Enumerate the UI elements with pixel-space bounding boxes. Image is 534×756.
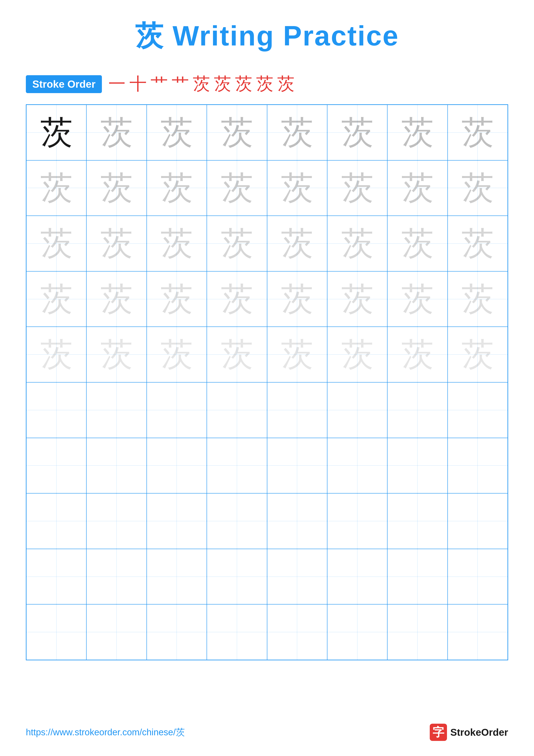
cell-r2-c5[interactable]: 茨 bbox=[267, 160, 327, 216]
char-ghost: 茨 bbox=[401, 116, 434, 149]
cell-r2-c8[interactable]: 茨 bbox=[447, 160, 508, 216]
cell-r7-c6[interactable] bbox=[327, 438, 387, 494]
cell-r1-c3[interactable]: 茨 bbox=[147, 105, 207, 160]
cell-r1-c1[interactable]: 茨 bbox=[26, 105, 87, 160]
cell-r10-c5[interactable] bbox=[267, 604, 327, 660]
cell-r5-c5[interactable]: 茨 bbox=[267, 327, 327, 382]
cell-r6-c1[interactable] bbox=[26, 382, 87, 438]
cell-r1-c6[interactable]: 茨 bbox=[327, 105, 387, 160]
char-ghost: 茨 bbox=[40, 283, 73, 315]
cell-r5-c1[interactable]: 茨 bbox=[26, 327, 87, 382]
cell-r3-c5[interactable]: 茨 bbox=[267, 216, 327, 271]
cell-r3-c6[interactable]: 茨 bbox=[327, 216, 387, 271]
cell-r3-c8[interactable]: 茨 bbox=[447, 216, 508, 271]
cell-r8-c5[interactable] bbox=[267, 493, 327, 549]
char-ghost: 茨 bbox=[401, 172, 434, 204]
cell-r7-c4[interactable] bbox=[207, 438, 267, 494]
cell-r2-c4[interactable]: 茨 bbox=[207, 160, 267, 216]
stroke-order-row: Stroke Order 一 十 艹 艹 茨 茨 茨 茨 茨 bbox=[26, 72, 508, 96]
cell-r10-c3[interactable] bbox=[147, 604, 207, 660]
footer-brand: 字 StrokeOrder bbox=[430, 724, 508, 741]
cell-r4-c8[interactable]: 茨 bbox=[447, 271, 508, 327]
stroke-9: 茨 bbox=[277, 72, 294, 96]
cell-r9-c4[interactable] bbox=[207, 549, 267, 605]
cell-r4-c1[interactable]: 茨 bbox=[26, 271, 87, 327]
char-ghost: 茨 bbox=[221, 338, 253, 371]
cell-r7-c3[interactable] bbox=[147, 438, 207, 494]
cell-r7-c2[interactable] bbox=[87, 438, 146, 494]
cell-r1-c5[interactable]: 茨 bbox=[267, 105, 327, 160]
cell-r5-c2[interactable]: 茨 bbox=[87, 327, 146, 382]
cell-r4-c6[interactable]: 茨 bbox=[327, 271, 387, 327]
cell-r6-c3[interactable] bbox=[147, 382, 207, 438]
cell-r1-c2[interactable]: 茨 bbox=[87, 105, 146, 160]
char-ghost: 茨 bbox=[461, 228, 494, 260]
cell-r10-c8[interactable] bbox=[447, 604, 508, 660]
char-ghost: 茨 bbox=[40, 338, 73, 371]
cell-r4-c4[interactable]: 茨 bbox=[207, 271, 267, 327]
cell-r8-c1[interactable] bbox=[26, 493, 87, 549]
cell-r10-c6[interactable] bbox=[327, 604, 387, 660]
cell-r3-c2[interactable]: 茨 bbox=[87, 216, 146, 271]
cell-r6-c2[interactable] bbox=[87, 382, 146, 438]
stroke-8: 茨 bbox=[256, 72, 273, 96]
cell-r2-c1[interactable]: 茨 bbox=[26, 160, 87, 216]
cell-r8-c3[interactable] bbox=[147, 493, 207, 549]
char-ghost: 茨 bbox=[40, 172, 73, 204]
cell-r4-c7[interactable]: 茨 bbox=[387, 271, 447, 327]
cell-r8-c7[interactable] bbox=[387, 493, 447, 549]
cell-r9-c5[interactable] bbox=[267, 549, 327, 605]
char-ghost: 茨 bbox=[461, 172, 494, 204]
cell-r4-c3[interactable]: 茨 bbox=[147, 271, 207, 327]
cell-r4-c2[interactable]: 茨 bbox=[87, 271, 146, 327]
char-ghost: 茨 bbox=[161, 116, 193, 149]
cell-r8-c8[interactable] bbox=[447, 493, 508, 549]
cell-r10-c7[interactable] bbox=[387, 604, 447, 660]
cell-r5-c3[interactable]: 茨 bbox=[147, 327, 207, 382]
char-ghost: 茨 bbox=[161, 172, 193, 204]
cell-r8-c4[interactable] bbox=[207, 493, 267, 549]
cell-r10-c2[interactable] bbox=[87, 604, 146, 660]
char-ghost: 茨 bbox=[281, 283, 313, 315]
stroke-sequence: 一 十 艹 艹 茨 茨 茨 茨 茨 bbox=[108, 72, 294, 96]
cell-r8-c2[interactable] bbox=[87, 493, 146, 549]
cell-r9-c7[interactable] bbox=[387, 549, 447, 605]
cell-r9-c6[interactable] bbox=[327, 549, 387, 605]
cell-r5-c4[interactable]: 茨 bbox=[207, 327, 267, 382]
cell-r3-c7[interactable]: 茨 bbox=[387, 216, 447, 271]
cell-r5-c7[interactable]: 茨 bbox=[387, 327, 447, 382]
cell-r5-c8[interactable]: 茨 bbox=[447, 327, 508, 382]
cell-r6-c5[interactable] bbox=[267, 382, 327, 438]
cell-r6-c4[interactable] bbox=[207, 382, 267, 438]
cell-r2-c6[interactable]: 茨 bbox=[327, 160, 387, 216]
cell-r7-c5[interactable] bbox=[267, 438, 327, 494]
cell-r10-c1[interactable] bbox=[26, 604, 87, 660]
cell-r6-c7[interactable] bbox=[387, 382, 447, 438]
cell-r3-c4[interactable]: 茨 bbox=[207, 216, 267, 271]
cell-r6-c6[interactable] bbox=[327, 382, 387, 438]
cell-r7-c8[interactable] bbox=[447, 438, 508, 494]
cell-r8-c6[interactable] bbox=[327, 493, 387, 549]
cell-r9-c1[interactable] bbox=[26, 549, 87, 605]
cell-r2-c7[interactable]: 茨 bbox=[387, 160, 447, 216]
cell-r2-c2[interactable]: 茨 bbox=[87, 160, 146, 216]
cell-r2-c3[interactable]: 茨 bbox=[147, 160, 207, 216]
cell-r4-c5[interactable]: 茨 bbox=[267, 271, 327, 327]
cell-r7-c7[interactable] bbox=[387, 438, 447, 494]
cell-r3-c3[interactable]: 茨 bbox=[147, 216, 207, 271]
char-ghost: 茨 bbox=[341, 228, 373, 260]
cell-r6-c8[interactable] bbox=[447, 382, 508, 438]
cell-r9-c8[interactable] bbox=[447, 549, 508, 605]
cell-r9-c3[interactable] bbox=[147, 549, 207, 605]
cell-r10-c4[interactable] bbox=[207, 604, 267, 660]
cell-r9-c2[interactable] bbox=[87, 549, 146, 605]
cell-r5-c6[interactable]: 茨 bbox=[327, 327, 387, 382]
cell-r1-c4[interactable]: 茨 bbox=[207, 105, 267, 160]
cell-r7-c1[interactable] bbox=[26, 438, 87, 494]
page-title: 茨 Writing Practice bbox=[26, 17, 508, 55]
cell-r1-c7[interactable]: 茨 bbox=[387, 105, 447, 160]
cell-r1-c8[interactable]: 茨 bbox=[447, 105, 508, 160]
footer-url[interactable]: https://www.strokeorder.com/chinese/茨 bbox=[26, 726, 185, 738]
cell-r3-c1[interactable]: 茨 bbox=[26, 216, 87, 271]
char-ghost: 茨 bbox=[461, 283, 494, 315]
